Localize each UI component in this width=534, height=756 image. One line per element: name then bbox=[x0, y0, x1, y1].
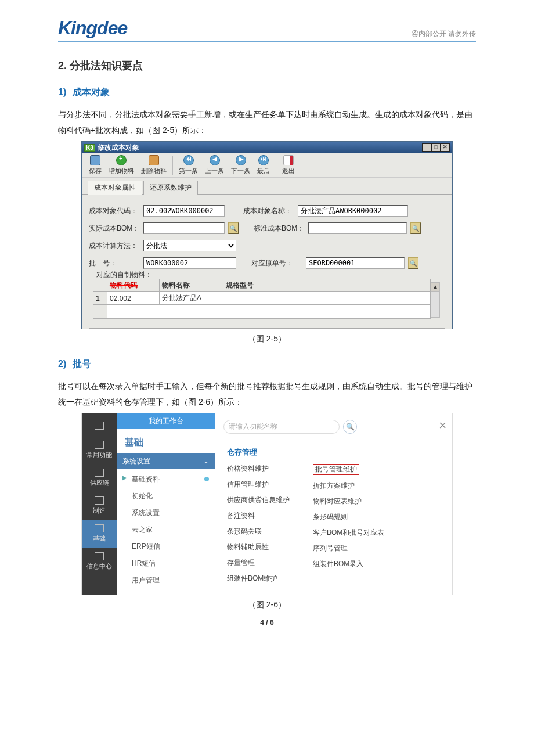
link-assembly-bom-entry[interactable]: 组装件BOM录入 bbox=[313, 556, 384, 572]
chain-icon bbox=[95, 469, 104, 477]
app-icon: K3 bbox=[84, 144, 95, 152]
rail-scm-label: 供应链 bbox=[90, 478, 109, 487]
group-title: 仓存管理 bbox=[215, 440, 452, 461]
order-field[interactable] bbox=[306, 257, 405, 269]
subsection-1-heading: 1) 成本对象 bbox=[58, 87, 476, 99]
pencil-icon bbox=[95, 422, 104, 430]
main-panel: × 请输入功能名称 🔍 仓存管理 价格资料维护 信用管理维护 供应商供货信息维护… bbox=[215, 413, 452, 595]
form-area: 成本对象代码： 成本对象名称： 实际成本BOM： 🔍 标准成本BOM： 🔍 成本… bbox=[82, 195, 452, 329]
side-item-usermgmt[interactable]: 用户管理 bbox=[117, 572, 215, 589]
stdbom-lookup-button[interactable]: 🔍 bbox=[410, 222, 421, 234]
workspace-tab[interactable]: 我的工作台 bbox=[117, 413, 215, 429]
delete-material-button[interactable]: 删除物料 bbox=[138, 155, 170, 175]
first-button[interactable]: 第一条 bbox=[175, 155, 201, 175]
first-icon bbox=[183, 155, 194, 165]
realbom-field[interactable] bbox=[143, 222, 225, 234]
chevron-down-icon: ⌄ bbox=[203, 457, 209, 465]
subsection-2-heading: 2) 批号 bbox=[58, 358, 476, 370]
rail-msg[interactable]: 信息中心 bbox=[86, 548, 112, 575]
side-panel-head[interactable]: 系统设置 ⌄ bbox=[117, 453, 215, 469]
realbom-lookup-button[interactable]: 🔍 bbox=[228, 222, 239, 234]
maximize-button[interactable]: □ bbox=[431, 143, 441, 152]
side-item-sysset[interactable]: 系统设置 bbox=[117, 505, 215, 521]
subsection-1-title: 成本对象 bbox=[73, 87, 110, 97]
link-barcode-rule[interactable]: 条形码规则 bbox=[313, 509, 384, 525]
link-discount[interactable]: 折扣方案维护 bbox=[313, 478, 384, 494]
rail-edit[interactable] bbox=[95, 417, 104, 436]
link-barcode-rel[interactable]: 条形码关联 bbox=[227, 524, 290, 539]
link-remark[interactable]: 备注资料 bbox=[227, 508, 290, 524]
tab-cost-object-props[interactable]: 成本对象属性 bbox=[88, 181, 142, 195]
link-material-aux[interactable]: 物料辅助属性 bbox=[227, 539, 290, 555]
close-icon[interactable]: × bbox=[439, 418, 446, 433]
grid-scrollbar[interactable]: ▲ bbox=[431, 282, 440, 318]
last-button[interactable]: 最后 bbox=[254, 155, 273, 175]
link-price[interactable]: 价格资料维护 bbox=[227, 461, 290, 477]
col-spec: 规格型号 bbox=[223, 279, 431, 292]
cell-material-name[interactable]: 分批法产品A bbox=[160, 292, 223, 305]
method-select[interactable]: 分批法 bbox=[143, 240, 236, 251]
tab-restore-factor[interactable]: 还原系数维护 bbox=[143, 181, 198, 195]
rail-mfg[interactable]: 制造 bbox=[93, 492, 106, 520]
rail-fav-label: 常用功能 bbox=[86, 451, 112, 459]
link-stock[interactable]: 存量管理 bbox=[227, 555, 290, 571]
link-batch-highlight: 批号管理维护 bbox=[313, 464, 359, 475]
side-item-label: 云之家 bbox=[132, 525, 153, 534]
page-number-text: 4 / 6 bbox=[260, 618, 273, 627]
batch-field[interactable] bbox=[143, 257, 236, 269]
search-button[interactable]: 🔍 bbox=[343, 420, 357, 434]
rail-scm[interactable]: 供应链 bbox=[90, 464, 109, 492]
method-label: 成本计算方法： bbox=[89, 241, 140, 251]
target-icon bbox=[95, 524, 104, 532]
order-lookup-button[interactable]: 🔍 bbox=[408, 257, 418, 269]
add-icon bbox=[116, 155, 127, 165]
prev-icon bbox=[210, 155, 220, 165]
link-serial[interactable]: 序列号管理 bbox=[313, 541, 384, 556]
subsection-1-number: 1) bbox=[58, 87, 66, 97]
save-button[interactable]: 保存 bbox=[85, 155, 105, 175]
link-customer-bom[interactable]: 客户BOM和批号对应表 bbox=[313, 525, 384, 541]
page-header: Kingdee ④内部公开 请勿外传 bbox=[58, 17, 476, 42]
table-row[interactable]: 1 02.002 分批法产品A bbox=[93, 292, 431, 305]
first-label: 第一条 bbox=[179, 167, 198, 175]
page-number: 4 / 6 bbox=[58, 618, 476, 627]
cell-spec[interactable] bbox=[223, 292, 431, 305]
scroll-up-icon[interactable]: ▲ bbox=[431, 283, 439, 292]
minimize-button[interactable]: _ bbox=[422, 143, 431, 152]
search-input[interactable]: 请输入功能名称 bbox=[223, 420, 340, 434]
side-panel-title: 系统设置 bbox=[122, 456, 150, 466]
side-item-init[interactable]: 初始化 bbox=[117, 488, 215, 505]
stdbom-field[interactable] bbox=[308, 222, 407, 234]
link-credit[interactable]: 信用管理维护 bbox=[227, 477, 290, 492]
delete-icon bbox=[149, 155, 159, 165]
prev-button[interactable]: 上一条 bbox=[201, 155, 228, 175]
col-material-name: 物料名称 bbox=[160, 279, 223, 292]
rail-favorites[interactable]: 常用功能 bbox=[86, 436, 112, 464]
code-field[interactable] bbox=[143, 205, 225, 217]
cell-material-code[interactable]: 02.002 bbox=[107, 292, 160, 305]
side-item-basedata[interactable]: ▶ 基础资料 bbox=[117, 471, 215, 488]
link-batch-maint[interactable]: 批号管理维护 bbox=[313, 461, 384, 478]
side-item-label: ERP短信 bbox=[132, 542, 160, 550]
next-label: 下一条 bbox=[231, 167, 250, 175]
code-label: 成本对象代码： bbox=[89, 206, 140, 216]
link-material-map[interactable]: 物料对应表维护 bbox=[313, 494, 384, 509]
exit-button[interactable]: 退出 bbox=[279, 155, 298, 175]
side-item-hrsms[interactable]: HR短信 bbox=[117, 555, 215, 572]
batch-label: 批 号： bbox=[89, 258, 140, 268]
search-placeholder: 请输入功能名称 bbox=[229, 422, 277, 431]
section-heading: 2. 分批法知识要点 bbox=[58, 59, 476, 73]
link-supplier[interactable]: 供应商供货信息维护 bbox=[227, 492, 290, 508]
side-item-erpsms[interactable]: ERP短信 bbox=[117, 538, 215, 555]
next-icon bbox=[236, 155, 246, 165]
rail-base[interactable]: 基础 bbox=[82, 520, 117, 548]
name-field[interactable] bbox=[298, 205, 408, 217]
add-material-button[interactable]: 增加物料 bbox=[105, 155, 138, 175]
side-item-yunzhijia[interactable]: 云之家 bbox=[117, 521, 215, 538]
materials-grid: 物料代码 物料名称 规格型号 1 02.002 分批法产品A bbox=[93, 279, 431, 319]
rail-mfg-label: 制造 bbox=[93, 506, 106, 515]
next-button[interactable]: 下一条 bbox=[228, 155, 254, 175]
subsection-1-paragraph: 与分步法不同，分批法成本对象需要手工新增，或在生产任务单下达时由系统自动生成。生… bbox=[58, 107, 476, 138]
link-assembly-bom[interactable]: 组装件BOM维护 bbox=[227, 571, 290, 586]
close-button[interactable]: ✕ bbox=[441, 143, 450, 152]
